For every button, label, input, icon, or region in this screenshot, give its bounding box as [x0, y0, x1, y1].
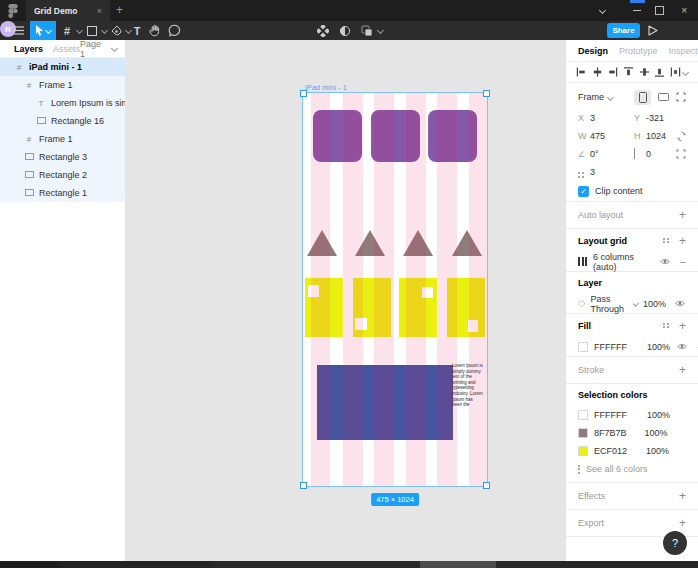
fill-hex-input[interactable]: FFFFFF	[594, 342, 627, 352]
x-value-input[interactable]: 3	[590, 113, 634, 123]
lorem-text-block[interactable]: Lorem Ipsum is simply dummy text of the …	[452, 363, 484, 451]
selection-handle-bottom-left[interactable]	[300, 482, 307, 489]
layer-visibility-eye-icon[interactable]	[674, 299, 686, 308]
resize-to-fit-icon[interactable]	[676, 92, 686, 102]
yellow-rect-3[interactable]	[399, 278, 437, 337]
fill-visibility-eye-icon[interactable]	[676, 342, 688, 351]
add-fill-icon[interactable]: +	[679, 321, 686, 331]
component-icon[interactable]	[316, 21, 330, 40]
fill-row[interactable]: FFFFFF 100% −	[566, 337, 698, 356]
ipad-mini-frame[interactable]: Lorem Ipsum is simply dummy text of the …	[303, 93, 487, 486]
color-swatch[interactable]	[578, 410, 588, 420]
tab-layers[interactable]: Layers	[14, 44, 43, 54]
fill-styles-icon[interactable]	[663, 323, 669, 329]
yellow-rect-2[interactable]	[353, 278, 391, 337]
boolean-union-icon[interactable]	[360, 21, 374, 40]
triangle-4[interactable]	[452, 230, 482, 256]
hand-tool-button[interactable]	[148, 21, 162, 40]
layer-row-rectangle-1[interactable]: Rectangle 1	[0, 184, 125, 202]
white-square-1[interactable]	[308, 285, 319, 297]
window-close-icon[interactable]: ×	[681, 0, 687, 21]
window-minimize-icon[interactable]	[633, 0, 641, 21]
align-bottom-icon[interactable]	[654, 66, 665, 78]
color-swatch[interactable]	[578, 446, 588, 456]
layer-row-rectangle-16[interactable]: Rectangle 16	[0, 112, 125, 130]
see-all-colors-row[interactable]: See all 6 colors	[566, 460, 698, 478]
fill-color-swatch[interactable]	[578, 342, 588, 352]
purple-square-2[interactable]	[371, 110, 420, 162]
selection-handle-top-right[interactable]	[483, 90, 490, 97]
tab-assets[interactable]: Assets	[53, 44, 80, 54]
page-selector[interactable]: Page 1	[80, 39, 117, 59]
white-square-3[interactable]	[422, 287, 433, 298]
add-stroke-icon[interactable]: +	[679, 365, 686, 375]
triangle-1[interactable]	[307, 230, 337, 256]
share-button[interactable]: Share	[607, 23, 640, 38]
align-vertical-center-icon[interactable]	[639, 66, 650, 78]
comment-tool-button[interactable]	[167, 21, 182, 40]
layout-grid-row[interactable]: 6 columns (auto) −	[566, 252, 698, 271]
rotation-value-input[interactable]: 0°	[590, 149, 634, 159]
frame-tool-button[interactable]: #	[60, 21, 74, 40]
mask-icon[interactable]	[338, 21, 352, 40]
clip-content-row[interactable]: ✓ Clip content	[566, 181, 698, 201]
align-top-icon[interactable]	[623, 66, 634, 78]
triangle-2[interactable]	[355, 230, 385, 256]
fill-opacity-input[interactable]: 100%	[647, 342, 670, 352]
frame-type-dropdown[interactable]: Frame	[578, 92, 604, 102]
clip-content-checkbox[interactable]: ✓	[578, 186, 589, 197]
layer-row-rectangle-3[interactable]: Rectangle 3	[0, 148, 125, 166]
tab-inspect[interactable]: Inspect	[669, 46, 698, 56]
selection-color-row-yellow[interactable]: ECF012 100%	[566, 442, 698, 460]
tab-close-icon[interactable]: ×	[97, 6, 102, 16]
white-square-4[interactable]	[468, 320, 478, 332]
width-value-input[interactable]: 475	[590, 131, 634, 141]
canvas[interactable]: iPad mini - 1	[125, 40, 565, 561]
layer-row-rectangle-2[interactable]: Rectangle 2	[0, 166, 125, 184]
grid-styles-icon[interactable]	[663, 238, 669, 244]
orientation-landscape-button[interactable]	[658, 93, 669, 101]
selection-handle-top-left[interactable]	[300, 90, 307, 97]
purple-square-3[interactable]	[428, 110, 477, 162]
help-button[interactable]: ?	[663, 531, 687, 555]
corner-detail-input[interactable]: 3	[590, 167, 595, 177]
selection-handle-bottom-right[interactable]	[483, 482, 490, 489]
remove-grid-icon[interactable]: −	[680, 256, 686, 268]
selection-color-row-white[interactable]: FFFFFF 100%	[566, 406, 698, 424]
layer-opacity-input[interactable]: 100%	[643, 299, 666, 309]
triangle-3[interactable]	[403, 230, 433, 256]
text-tool-button[interactable]: T	[130, 21, 144, 40]
align-horizontal-center-icon[interactable]	[592, 66, 603, 78]
window-maximize-icon[interactable]	[655, 0, 664, 21]
pen-tool-button[interactable]	[110, 21, 123, 40]
align-right-icon[interactable]	[607, 66, 618, 78]
boolean-chevron-icon[interactable]	[376, 21, 384, 40]
corner-radius-input[interactable]: 0	[646, 149, 676, 159]
layer-row-lorem-text[interactable]: T Lorem Ipsum is simply du...	[0, 94, 125, 112]
shape-tool-button[interactable]	[86, 21, 98, 40]
layer-row-ipad-mini[interactable]: # iPad mini - 1	[0, 58, 125, 76]
yellow-rect-4[interactable]	[447, 278, 485, 337]
white-square-2[interactable]	[355, 318, 367, 330]
align-left-icon[interactable]	[576, 66, 587, 78]
add-effect-icon[interactable]: +	[679, 491, 686, 501]
frame-name-label[interactable]: iPad mini - 1	[305, 83, 347, 92]
constrain-proportions-icon[interactable]	[677, 131, 686, 142]
blend-mode-dropdown[interactable]: Pass Through	[591, 294, 630, 314]
add-export-icon[interactable]: +	[679, 518, 686, 528]
main-menu-icon[interactable]	[10, 21, 26, 40]
selection-color-row-mauve[interactable]: 8F7B7B 100%	[566, 424, 698, 442]
add-layout-grid-icon[interactable]: +	[679, 236, 686, 246]
purple-square-1[interactable]	[313, 110, 362, 162]
layout-grid-value[interactable]: 6 columns (auto)	[593, 252, 653, 272]
y-value-input[interactable]: -321	[646, 113, 664, 123]
independent-corners-icon[interactable]	[676, 149, 686, 159]
add-auto-layout-icon[interactable]: +	[679, 210, 686, 220]
layer-row-frame-1a[interactable]: # Frame 1	[0, 76, 125, 94]
yellow-rect-1[interactable]	[305, 278, 343, 337]
new-tab-button[interactable]: +	[116, 3, 123, 17]
height-value-input[interactable]: 1024	[646, 131, 677, 141]
distribute-menu[interactable]	[670, 66, 688, 78]
shape-tool-chevron-icon[interactable]	[100, 21, 108, 40]
move-tool-button[interactable]	[30, 21, 56, 40]
